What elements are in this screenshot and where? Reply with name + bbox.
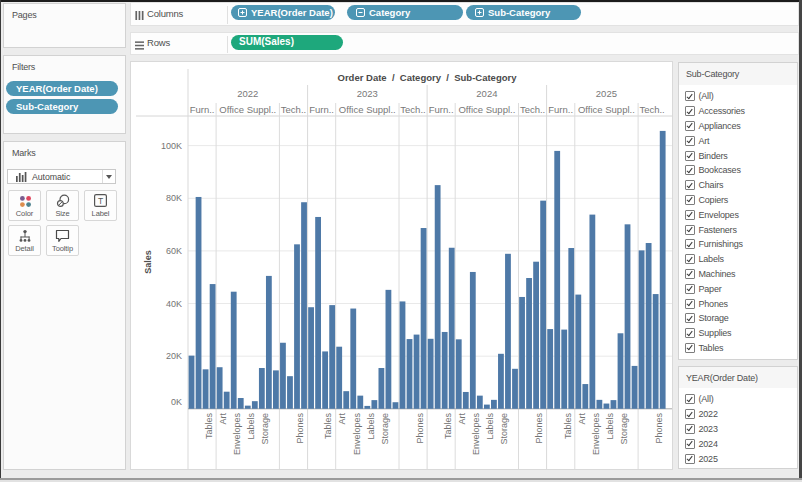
svg-text:Labels: Labels xyxy=(485,413,495,440)
svg-text:Phones: Phones xyxy=(654,413,664,444)
svg-text:40K: 40K xyxy=(166,299,182,309)
svg-text:Art: Art xyxy=(337,413,347,425)
svg-text:T: T xyxy=(98,196,103,206)
svg-text:2025: 2025 xyxy=(596,88,617,99)
svg-text:Phones: Phones xyxy=(415,413,425,444)
svg-text:Art: Art xyxy=(577,413,587,425)
svg-text:Art: Art xyxy=(218,413,228,425)
svg-text:Tech..: Tech.. xyxy=(520,104,545,115)
svg-text:Storage: Storage xyxy=(619,413,629,445)
svg-text:Storage: Storage xyxy=(499,413,509,445)
svg-text:Phones: Phones xyxy=(534,413,544,444)
svg-text:Sales: Sales xyxy=(143,250,153,274)
svg-text:Envelopes: Envelopes xyxy=(591,413,601,456)
svg-text:Furn..: Furn.. xyxy=(309,104,334,115)
svg-text:80K: 80K xyxy=(166,193,182,203)
svg-text:Office Suppl..: Office Suppl.. xyxy=(578,104,635,115)
svg-text:2022: 2022 xyxy=(237,88,258,99)
svg-text:Order Date / Category / Su: Order Date / Category / Sub-Category xyxy=(338,72,518,83)
svg-text:Tables: Tables xyxy=(443,413,453,440)
svg-text:Tech..: Tech.. xyxy=(400,104,425,115)
svg-text:2024: 2024 xyxy=(476,88,497,99)
svg-text:Envelopes: Envelopes xyxy=(471,413,481,456)
svg-text:Tech..: Tech.. xyxy=(281,104,306,115)
svg-text:Tables: Tables xyxy=(563,413,573,440)
svg-text:60K: 60K xyxy=(166,246,182,256)
svg-text:Furn..: Furn.. xyxy=(429,104,454,115)
svg-text:2023: 2023 xyxy=(357,88,378,99)
svg-text:Storage: Storage xyxy=(380,413,390,445)
svg-text:Office Suppl..: Office Suppl.. xyxy=(458,104,515,115)
svg-text:Labels: Labels xyxy=(246,413,256,440)
svg-text:Tables: Tables xyxy=(204,413,214,440)
svg-text:100K: 100K xyxy=(161,141,182,151)
svg-text:Office Suppl..: Office Suppl.. xyxy=(339,104,396,115)
svg-text:Envelopes: Envelopes xyxy=(352,413,362,456)
svg-text:Labels: Labels xyxy=(605,413,615,440)
svg-text:Storage: Storage xyxy=(260,413,270,445)
svg-text:Labels: Labels xyxy=(366,413,376,440)
svg-text:Tech..: Tech.. xyxy=(639,104,664,115)
svg-text:0K: 0K xyxy=(171,397,182,407)
svg-text:Office Suppl..: Office Suppl.. xyxy=(219,104,276,115)
svg-text:Phones: Phones xyxy=(295,413,305,444)
svg-text:Furn..: Furn.. xyxy=(190,104,215,115)
svg-text:Furn..: Furn.. xyxy=(548,104,573,115)
svg-text:Art: Art xyxy=(457,413,467,425)
svg-text:Tables: Tables xyxy=(323,413,333,440)
svg-text:Envelopes: Envelopes xyxy=(232,413,242,456)
svg-text:20K: 20K xyxy=(166,351,182,361)
